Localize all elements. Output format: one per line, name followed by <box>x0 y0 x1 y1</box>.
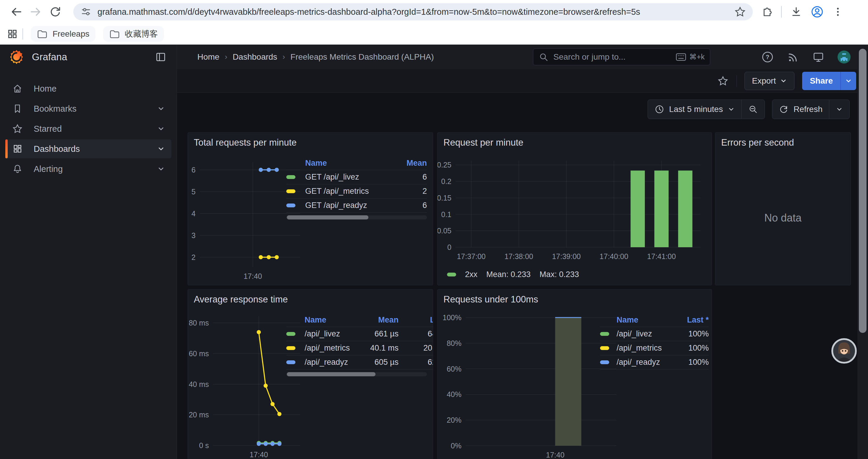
bookmark-folder-blogs[interactable]: 收藏博客 <box>103 26 164 42</box>
profile-icon[interactable] <box>811 5 824 18</box>
home-icon <box>12 83 23 94</box>
refresh-button[interactable]: Refresh <box>772 100 829 119</box>
no-data-message: No data <box>715 212 850 224</box>
panel-title[interactable]: Average response time <box>194 294 288 305</box>
brand-name[interactable]: Grafana <box>32 52 67 63</box>
chevron-down-icon <box>157 105 165 112</box>
scrollbar-thumb[interactable] <box>859 49 867 333</box>
sidebar-toggle-icon[interactable] <box>155 51 167 63</box>
address-bar[interactable]: grafana.mathmast.com/d/deytv4rwavabkb/fr… <box>73 3 753 21</box>
sidebar-item-alerting[interactable]: Alerting <box>5 160 172 178</box>
svg-text:2: 2 <box>191 253 195 261</box>
user-avatar[interactable] <box>837 50 851 64</box>
legend-row[interactable]: GET /api/_readyz 6 <box>286 198 427 213</box>
panel-title[interactable]: Errors per second <box>721 137 794 148</box>
legend-row[interactable]: /api/_livez 100% <box>600 327 709 341</box>
search-input[interactable] <box>553 52 676 62</box>
sidebar-item-starred[interactable]: Starred <box>5 119 172 138</box>
panel-requests-under-100ms[interactable]: Requests under 100ms 100%80%60%40%20%0%1… <box>437 289 712 459</box>
chevron-down-icon <box>728 106 735 113</box>
legend-row[interactable]: /api/_readyz 100% <box>600 355 709 369</box>
star-icon <box>12 123 23 134</box>
search-bar[interactable]: ⌘+k <box>533 48 710 65</box>
help-icon[interactable]: ? <box>761 51 774 64</box>
chevron-down-icon <box>836 106 843 113</box>
floating-assistant-avatar[interactable] <box>831 338 857 364</box>
browser-toolbar: grafana.mathmast.com/d/deytv4rwavabkb/fr… <box>0 0 868 24</box>
bookmark-star-icon[interactable] <box>734 6 746 18</box>
panel-title[interactable]: Requests under 100ms <box>443 294 538 305</box>
panel-average-response-time[interactable]: Average response time 80 ms60 ms40 ms20 … <box>188 289 433 459</box>
bookmark-icon <box>12 103 23 114</box>
export-button[interactable]: Export <box>745 72 795 90</box>
bookmarks-bar: Freeleaps 收藏博客 <box>0 24 868 44</box>
legend-scrollbar[interactable] <box>286 215 427 220</box>
clock-icon <box>654 104 664 114</box>
refresh-interval-button[interactable] <box>829 100 849 119</box>
time-range-label: Last 5 minutes <box>669 104 723 114</box>
panel-title[interactable]: Request per minute <box>443 137 524 148</box>
svg-text:40 ms: 40 ms <box>189 380 209 388</box>
download-icon[interactable] <box>790 6 802 18</box>
back-button[interactable] <box>9 5 23 19</box>
breadcrumb-separator: › <box>225 52 227 61</box>
browser-chrome: grafana.mathmast.com/d/deytv4rwavabkb/fr… <box>0 0 868 44</box>
breadcrumb-home[interactable]: Home <box>197 52 219 62</box>
legend-row[interactable]: /api/_livez 661 µs 646 µs <box>286 327 433 341</box>
series-color-pill <box>286 175 296 179</box>
url-text[interactable]: grafana.mathmast.com/d/deytv4rwavabkb/fr… <box>97 7 734 17</box>
news-rss-icon[interactable] <box>786 51 800 64</box>
svg-text:?: ? <box>766 54 769 60</box>
time-range-picker[interactable]: Last 5 minutes <box>648 100 741 119</box>
sidebar-item-label: Home <box>34 84 56 94</box>
page-scrollbar[interactable] <box>857 44 868 459</box>
svg-text:0: 0 <box>447 243 452 251</box>
series-color-pill <box>600 332 609 336</box>
panel-title[interactable]: Total requests per minute <box>194 137 297 148</box>
legend-scrollbar[interactable] <box>286 372 427 376</box>
extensions-icon[interactable] <box>761 6 773 18</box>
panel-total-requests[interactable]: Total requests per minute 6543217:40 Nam… <box>188 132 433 285</box>
legend-row[interactable]: GET /api/_livez 6 <box>286 170 427 184</box>
svg-text:0.15: 0.15 <box>438 194 452 202</box>
monitor-icon[interactable] <box>812 51 825 64</box>
grafana-app: Grafana Home › Dashboards › Freeleaps Me… <box>0 44 868 459</box>
legend-series[interactable]: 2xx <box>465 270 477 279</box>
svg-text:17:40: 17:40 <box>250 451 268 459</box>
legend-table: Name Mean Last * /api/_livez 661 µs 646 … <box>286 313 433 376</box>
bookmark-folder-freeleaps[interactable]: Freeleaps <box>31 26 95 42</box>
panel-errors-per-second[interactable]: Errors per second No data <box>715 132 851 285</box>
header-divider <box>737 75 737 87</box>
bookmarks-divider <box>23 28 23 40</box>
nav-icons: ? <box>761 44 851 69</box>
legend-header: Name Mean <box>286 156 427 170</box>
svg-text:17:38:00: 17:38:00 <box>504 252 533 261</box>
reload-button[interactable] <box>49 5 62 19</box>
legend-row[interactable]: /api/_readyz 605 µs 620 µs <box>286 355 433 369</box>
bell-icon <box>12 163 23 174</box>
apps-grid-icon[interactable] <box>6 28 18 40</box>
legend-row[interactable]: /api/_metrics 40.1 ms 20.5 ms <box>286 341 433 355</box>
grafana-logo-icon[interactable] <box>9 49 24 65</box>
breadcrumb-dashboards[interactable]: Dashboards <box>232 52 277 62</box>
share-button[interactable]: Share <box>802 72 840 90</box>
sidebar-item-dashboards[interactable]: Dashboards <box>5 139 172 158</box>
forward-button[interactable] <box>29 5 42 19</box>
zoom-out-icon <box>748 104 758 114</box>
zoom-out-button[interactable] <box>742 100 765 119</box>
svg-text:17:40:00: 17:40:00 <box>599 252 628 261</box>
svg-text:0 s: 0 s <box>199 441 209 450</box>
refresh-icon <box>779 104 789 114</box>
legend-row[interactable]: /api/_metrics 100% <box>600 341 709 355</box>
share-menu-button[interactable] <box>840 72 856 90</box>
series-color-pill <box>447 273 456 276</box>
panel-request-per-minute[interactable]: Request per minute 0.250.20.150.10.05017… <box>437 132 712 285</box>
chevron-down-icon <box>845 77 852 85</box>
breadcrumb-separator: › <box>282 52 285 61</box>
legend-row[interactable]: GET /api/_metrics 2 <box>286 184 427 198</box>
sidebar-item-home[interactable]: Home <box>5 79 172 98</box>
sidebar-item-bookmarks[interactable]: Bookmarks <box>5 99 172 118</box>
browser-menu-icon[interactable] <box>832 6 844 18</box>
star-dashboard-icon[interactable] <box>717 75 729 87</box>
site-settings-icon[interactable] <box>80 6 92 18</box>
